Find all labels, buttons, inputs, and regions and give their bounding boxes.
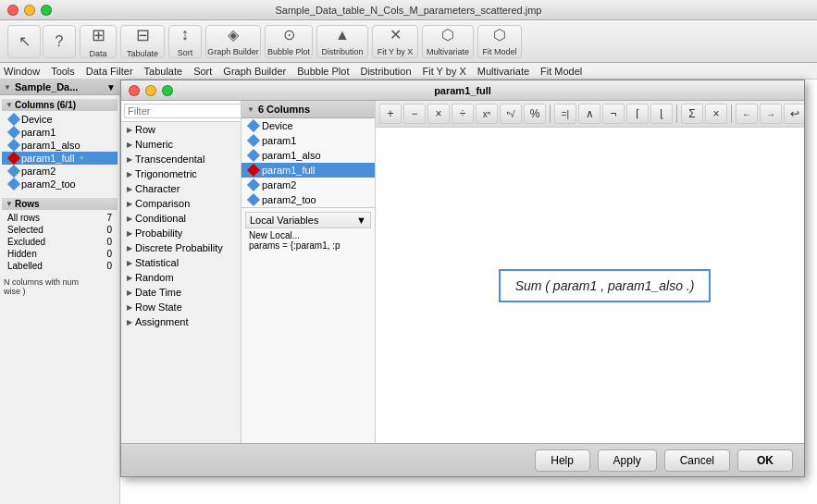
window-controls[interactable] — [7, 5, 52, 16]
plus-button[interactable]: + — [379, 104, 402, 124]
dialog-close-button[interactable] — [129, 85, 140, 96]
graph-builder-button[interactable]: ◈ Graph Builder — [205, 25, 261, 58]
col-list-param1-also[interactable]: param1_also — [241, 148, 375, 163]
column-param2-too[interactable]: param2_too — [2, 178, 118, 191]
data-table-button[interactable]: ⊞ Data — [80, 25, 117, 58]
func-conditional[interactable]: ▶ Conditional — [121, 211, 241, 226]
col-list-device[interactable]: Device — [241, 118, 375, 133]
menu-tools[interactable]: Tools — [51, 66, 75, 77]
close-button[interactable] — [7, 5, 19, 16]
table-name: Sample_Da... — [15, 81, 78, 92]
power-button[interactable]: xⁿ — [476, 104, 498, 124]
help-tool-button[interactable]: ? — [43, 25, 76, 58]
menu-tabulate[interactable]: Tabulate — [144, 66, 183, 77]
menu-multivariate[interactable]: Multivariate — [477, 66, 529, 77]
column-param1-also[interactable]: param1_also — [2, 139, 118, 152]
distribution-button[interactable]: ▲ Distribution — [316, 25, 368, 58]
numeric-icon-device — [7, 113, 20, 126]
local-variables-dropdown[interactable]: Local Variables ▼ — [245, 212, 371, 228]
func-transcendental[interactable]: ▶ Transcendental — [121, 152, 241, 166]
func-assignment[interactable]: ▶ Assignment — [121, 314, 241, 329]
column-device[interactable]: Device — [2, 113, 118, 126]
sigma-button[interactable]: Σ — [681, 104, 703, 124]
menu-fit-model[interactable]: Fit Model — [540, 66, 582, 77]
func-probability[interactable]: ▶ Probability — [121, 226, 241, 240]
column-param1[interactable]: param1 — [2, 126, 118, 139]
col-list-expand-icon[interactable]: ▼ — [247, 105, 254, 114]
func-row-state[interactable]: ▶ Row State — [121, 300, 241, 314]
column-param1-full[interactable]: param1_full + — [2, 152, 118, 165]
expand-icon-discrete-probability: ▶ — [127, 244, 132, 252]
dialog-footer: Help Apply Cancel OK — [121, 443, 804, 476]
apply-button[interactable]: Apply — [598, 449, 657, 472]
table-options-icon[interactable]: ▼ — [106, 82, 116, 92]
col-list-param1[interactable]: param1 — [241, 133, 375, 148]
floor-button[interactable]: ⌊ — [650, 104, 673, 124]
expand-icon-row: ▶ — [127, 126, 132, 134]
numeric-icon-param1-full — [7, 152, 20, 165]
dialog-maximize-button[interactable] — [162, 85, 173, 96]
unknown-btn-1[interactable]: ← — [736, 104, 758, 124]
menu-distribution[interactable]: Distribution — [360, 66, 411, 77]
menu-window[interactable]: Window — [4, 66, 40, 77]
menu-fit-y-by-x[interactable]: Fit Y by X — [423, 66, 466, 77]
unknown-btn-2[interactable]: → — [760, 104, 782, 124]
arrow-tool-button[interactable]: ↖ — [7, 25, 41, 58]
func-random[interactable]: ▶ Random — [121, 270, 241, 285]
menu-data-filter[interactable]: Data Filter — [86, 66, 133, 77]
func-comparison[interactable]: ▶ Comparison — [121, 196, 241, 211]
help-button[interactable]: Help — [535, 449, 590, 472]
cancel-button[interactable]: Cancel — [664, 449, 730, 472]
menu-graph-builder[interactable]: Graph Builder — [223, 66, 286, 77]
expand-icon-statistical: ▶ — [127, 259, 132, 267]
dialog-minimize-button[interactable] — [145, 85, 156, 96]
expand-icon-comparison: ▶ — [127, 200, 132, 208]
multivariate-button[interactable]: ⬡ Multivariate — [422, 25, 474, 58]
root-button[interactable]: ⁿ√ — [500, 104, 522, 124]
table-expand-icon[interactable]: ▼ — [4, 83, 11, 92]
undo-button[interactable]: ↩ — [784, 104, 804, 124]
help-icon: ? — [56, 33, 64, 50]
sort-button[interactable]: ↕ Sort — [168, 25, 202, 58]
func-statistical[interactable]: ▶ Statistical — [121, 255, 241, 270]
undo-redo-group: ↩ ↪ — [784, 104, 804, 124]
formula-box[interactable]: Sum ( param1 , param1_also .) — [499, 269, 712, 302]
filter-input[interactable] — [124, 104, 241, 118]
column-param2[interactable]: param2 — [2, 165, 118, 178]
func-date-time[interactable]: ▶ Date Time — [121, 285, 241, 300]
col-list-param2[interactable]: param2 — [241, 178, 375, 192]
maximize-button[interactable] — [41, 5, 52, 16]
func-trigonometric[interactable]: ▶ Trigonometric — [121, 166, 241, 181]
columns-expand-icon[interactable]: ▼ — [6, 101, 13, 109]
product-button[interactable]: × — [705, 104, 727, 124]
dialog-window-controls[interactable] — [129, 85, 173, 96]
multiply-button[interactable]: × — [427, 104, 450, 124]
divide-button[interactable]: ÷ — [452, 104, 474, 124]
distribution-icon: ▲ — [335, 27, 350, 43]
minus-button[interactable]: − — [403, 104, 426, 124]
ceiling-button[interactable]: ⌈ — [626, 104, 649, 124]
tabulate-button[interactable]: ⊟ Tabulate — [120, 25, 165, 58]
bubble-plot-button[interactable]: ⊙ Bubble Plot — [265, 25, 313, 58]
col-list-param2-too[interactable]: param2_too — [241, 192, 375, 207]
col-list-param1-full[interactable]: param1_full — [241, 163, 375, 178]
not-button[interactable]: ¬ — [602, 104, 625, 124]
and-button[interactable]: ∧ — [578, 104, 600, 124]
func-numeric[interactable]: ▶ Numeric — [121, 137, 241, 152]
ok-button[interactable]: OK — [737, 449, 793, 472]
func-row[interactable]: ▶ Row — [121, 122, 241, 137]
menu-sort[interactable]: Sort — [193, 66, 212, 77]
func-character[interactable]: ▶ Character — [121, 181, 241, 196]
fit-y-by-x-button[interactable]: ✕ Fit Y by X — [372, 25, 418, 58]
left-panel: ▼ Sample_Da... ▼ ▼ Columns (6/1) Device … — [0, 80, 120, 504]
func-discrete-probability[interactable]: ▶ Discrete Probability — [121, 240, 241, 255]
minimize-button[interactable] — [24, 5, 35, 16]
toolbar: ↖ ? ⊞ Data ⊟ Tabulate ↕ Sort ◈ Graph Bui… — [0, 20, 817, 63]
title-bar: Sample_Data_table_N_Cols_M_parameters_sc… — [0, 0, 817, 20]
rows-expand-icon[interactable]: ▼ — [6, 200, 13, 208]
fit-model-button[interactable]: ⬡ Fit Model — [477, 25, 522, 58]
dialog-body: ✕ ▶ Row ▶ Numeric ▶ Transcendental ▶ Tri… — [121, 101, 804, 443]
equals-button[interactable]: =| — [554, 104, 576, 124]
menu-bubble-plot[interactable]: Bubble Plot — [297, 66, 349, 77]
percent-button[interactable]: % — [524, 104, 546, 124]
